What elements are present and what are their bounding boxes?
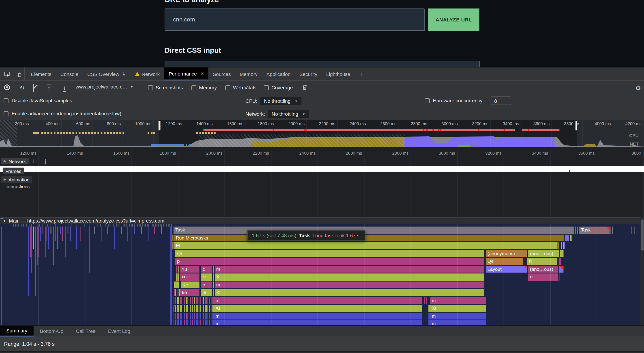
flame-task-tick[interactable] bbox=[40, 227, 41, 241]
animation-track-header[interactable]: ▶Animation bbox=[1, 174, 32, 183]
expand-icon[interactable]: ▶ bbox=[4, 177, 6, 181]
hardware-concurrency-label[interactable]: Hardware concurrency bbox=[433, 98, 482, 103]
flame-segment[interactable] bbox=[188, 320, 188, 325]
flame-segment[interactable] bbox=[557, 242, 559, 249]
flame-segment[interactable] bbox=[196, 320, 198, 325]
flame-bar-ano-ous[interactable]: (ano…ous) bbox=[528, 250, 559, 257]
flame-bar-le[interactable]: le bbox=[201, 289, 212, 296]
flame-segment[interactable] bbox=[209, 320, 210, 325]
flame-segment[interactable] bbox=[213, 281, 214, 288]
inspect-element-icon[interactable] bbox=[4, 71, 10, 77]
flame-segment[interactable] bbox=[424, 297, 425, 304]
flame-segment[interactable] bbox=[192, 305, 193, 312]
flame-task-tick[interactable] bbox=[80, 227, 80, 241]
flame-bar-xt[interactable]: Xt bbox=[214, 305, 422, 312]
flame-task-tick[interactable] bbox=[42, 227, 42, 234]
flame-segment[interactable] bbox=[186, 313, 187, 320]
network-request-mark[interactable] bbox=[45, 159, 46, 161]
flame-segment[interactable] bbox=[194, 320, 195, 325]
flame-scrollbar[interactable] bbox=[640, 217, 644, 325]
flame-segment[interactable] bbox=[211, 305, 212, 312]
flame-task-tick[interactable] bbox=[170, 227, 172, 325]
tab-network[interactable]: !Network bbox=[130, 67, 164, 80]
expand-icon[interactable]: ▶ bbox=[4, 159, 6, 163]
flame-segment[interactable] bbox=[176, 289, 177, 296]
checkbox-web-vitals[interactable]: Web Vitals bbox=[226, 85, 256, 90]
flame-bar-xt[interactable]: Xt bbox=[214, 289, 484, 296]
flame-segment[interactable] bbox=[177, 297, 179, 304]
flame-segment[interactable] bbox=[428, 313, 430, 320]
save-profile-icon[interactable]: ↓ bbox=[63, 84, 66, 91]
flame-segment[interactable] bbox=[213, 274, 214, 280]
flame-segment[interactable] bbox=[184, 313, 185, 320]
memory-checkbox[interactable] bbox=[192, 85, 196, 90]
main-thread-track-header[interactable]: ▼ Main — https://www.projectwallace.com/… bbox=[0, 217, 644, 224]
flame-segment[interactable] bbox=[184, 297, 185, 304]
flame-task-tick[interactable] bbox=[60, 227, 60, 234]
flame-segment[interactable] bbox=[181, 313, 182, 320]
flame-segment[interactable] bbox=[177, 266, 178, 273]
flame-segment[interactable] bbox=[181, 320, 182, 325]
flame-task-tick[interactable] bbox=[76, 227, 77, 249]
flame-task-tick[interactable] bbox=[148, 227, 148, 241]
flame-segment[interactable] bbox=[190, 320, 192, 325]
flame-segment[interactable] bbox=[558, 258, 561, 265]
flame-segment[interactable] bbox=[428, 305, 430, 312]
flame-task-tick[interactable] bbox=[53, 227, 54, 265]
flame-segment[interactable] bbox=[205, 305, 206, 312]
flame-segment[interactable] bbox=[202, 313, 204, 320]
collapse-icon[interactable]: ▼ bbox=[3, 219, 6, 223]
flame-bar-task[interactable]: Task bbox=[174, 227, 574, 234]
flame-segment[interactable] bbox=[209, 313, 210, 320]
flame-segment[interactable] bbox=[180, 305, 180, 312]
flame-segment[interactable] bbox=[172, 234, 173, 241]
flame-segment[interactable] bbox=[200, 297, 201, 304]
web-vitals-label[interactable]: Web Vitals bbox=[233, 85, 256, 90]
flame-bar-m[interactable]: m bbox=[214, 313, 422, 320]
clear-icon[interactable] bbox=[33, 84, 34, 92]
flame-segment[interactable] bbox=[192, 320, 193, 325]
interactions-track-label[interactable]: Interactions bbox=[5, 184, 30, 189]
flame-task-tick[interactable] bbox=[31, 227, 32, 273]
flame-task-tick[interactable] bbox=[45, 227, 46, 257]
tab-call-tree[interactable]: Call Tree bbox=[70, 326, 102, 337]
flame-segment[interactable] bbox=[176, 274, 177, 280]
flame-segment[interactable] bbox=[200, 320, 201, 325]
flame-task-tick[interactable] bbox=[114, 227, 115, 249]
tab-application[interactable]: Application bbox=[262, 67, 295, 80]
advanced-rendering-label[interactable]: Enable advanced rendering instrumentatio… bbox=[12, 111, 121, 116]
flame-segment[interactable] bbox=[205, 320, 206, 325]
flame-bar-m[interactable]: m bbox=[214, 266, 484, 273]
coverage-checkbox[interactable] bbox=[264, 85, 269, 90]
flame-segment[interactable] bbox=[181, 305, 182, 312]
flame-bar-anonymous[interactable]: (anonymous) bbox=[486, 250, 527, 257]
flame-segment[interactable] bbox=[205, 313, 206, 320]
flame-segment[interactable] bbox=[209, 305, 210, 312]
flame-bar-p[interactable]: p bbox=[175, 258, 484, 265]
flame-task-tick[interactable] bbox=[37, 227, 38, 265]
flame-segment[interactable] bbox=[211, 313, 212, 320]
flame-task-tick[interactable] bbox=[48, 227, 49, 249]
flame-segment[interactable] bbox=[192, 313, 193, 320]
record-button[interactable] bbox=[4, 84, 10, 90]
flame-bar-m[interactable]: m bbox=[430, 313, 486, 320]
flame-bar-xt[interactable]: Xt bbox=[214, 274, 484, 280]
flame-bar-qe[interactable]: Qe bbox=[486, 258, 523, 265]
flame-segment[interactable] bbox=[175, 313, 176, 320]
flame-segment[interactable] bbox=[213, 289, 214, 296]
flame-segment[interactable] bbox=[202, 320, 204, 325]
flame-task-tick[interactable] bbox=[141, 227, 142, 234]
frames-track[interactable] bbox=[0, 166, 644, 172]
flame-segment[interactable] bbox=[179, 289, 180, 296]
tab-summary[interactable]: Summary bbox=[0, 326, 34, 337]
flame-bar-ko[interactable]: ko bbox=[180, 289, 200, 296]
flame-bar-et[interactable]: Et bbox=[174, 242, 556, 249]
network-track-header[interactable]: ▶Network ⊣ bbox=[1, 158, 34, 164]
flame-task-tick[interactable] bbox=[33, 227, 34, 249]
selection-handle-right[interactable] bbox=[575, 121, 577, 130]
flame-segment[interactable] bbox=[213, 320, 214, 325]
flame-segment[interactable] bbox=[199, 320, 200, 325]
flame-segment[interactable] bbox=[190, 305, 192, 312]
flame-segment[interactable] bbox=[190, 297, 192, 304]
flame-segment[interactable] bbox=[211, 320, 212, 325]
